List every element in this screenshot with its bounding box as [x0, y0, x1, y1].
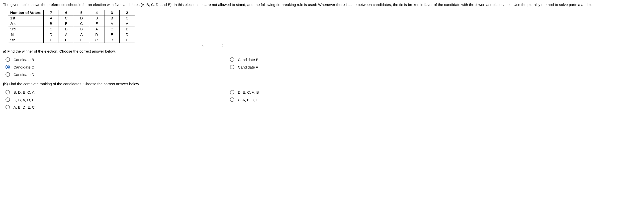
part-a-question: a) Find the winner of the election. Choo… — [3, 49, 641, 53]
table-cell: B — [89, 15, 104, 21]
radio-button[interactable] — [230, 97, 234, 102]
table-col-header: 4 — [89, 10, 104, 15]
table-cell: E — [120, 37, 135, 43]
table-cell: C — [74, 21, 89, 26]
table-row-label: 5th — [8, 37, 44, 43]
table-cell: A — [120, 21, 135, 26]
table-cell: A — [89, 26, 104, 32]
table-cell: D — [120, 32, 135, 37]
table-row: 3rd C D B A C B — [8, 26, 135, 32]
option-row[interactable]: B, D, E, C, A — [6, 90, 180, 94]
table-header-label: Number of Voters — [8, 10, 44, 15]
table-cell: E — [89, 21, 104, 26]
table-row-label: 1st — [8, 15, 44, 21]
table-cell: E — [44, 37, 58, 43]
radio-button[interactable] — [6, 90, 10, 94]
table-cell: B — [74, 26, 89, 32]
option-label: Candidate E — [238, 57, 258, 62]
table-cell: C — [89, 37, 104, 43]
table-cell: D — [89, 32, 104, 37]
radio-button[interactable] — [230, 57, 234, 62]
table-row: 2nd B E C E A A — [8, 21, 135, 26]
option-label: D, E, C, A, B — [238, 90, 259, 94]
part-b-text: Find the complete ranking of the candida… — [8, 82, 140, 86]
table-col-header: 2 — [120, 10, 135, 15]
option-label: Candidate B — [14, 57, 34, 62]
table-cell: D — [104, 37, 120, 43]
option-row[interactable]: D, E, C, A, B — [230, 90, 259, 94]
table-cell: C — [120, 15, 135, 21]
radio-button[interactable] — [230, 65, 234, 69]
table-cell: A — [74, 32, 89, 37]
option-row[interactable]: C, B, A, D, E — [6, 97, 180, 102]
table-cell: B — [58, 37, 74, 43]
table-cell: E — [58, 21, 74, 26]
part-a-options: Candidate B Candidate C Candidate D Cand… — [6, 57, 641, 77]
table-col-header: 3 — [104, 10, 120, 15]
option-row[interactable]: A, B, D, E, C — [6, 105, 180, 109]
table-col-header: 6 — [58, 10, 74, 15]
table-cell: B — [104, 15, 120, 21]
preference-table: Number of Voters 7 6 5 4 3 2 1st A C D B… — [8, 10, 135, 43]
option-row[interactable]: Candidate A — [230, 65, 258, 69]
option-row[interactable]: Candidate E — [230, 57, 258, 62]
option-row[interactable]: Candidate D — [6, 72, 180, 77]
table-cell: C — [104, 26, 120, 32]
radio-button[interactable] — [230, 90, 234, 94]
option-label: A, B, D, E, C — [14, 105, 35, 109]
table-cell: D — [74, 15, 89, 21]
table-row-label: 3rd — [8, 26, 44, 32]
part-b-options: B, D, E, C, A C, B, A, D, E A, B, D, E, … — [6, 90, 641, 109]
table-cell: D — [58, 26, 74, 32]
table-cell: E — [104, 32, 120, 37]
option-row[interactable]: C, A, B, D, E — [230, 97, 259, 102]
table-cell: C — [44, 26, 58, 32]
option-label: C, B, A, D, E — [14, 98, 34, 102]
table-col-header: 5 — [74, 10, 89, 15]
table-col-header: 7 — [44, 10, 58, 15]
radio-button[interactable] — [6, 65, 10, 69]
table-cell: C — [58, 15, 74, 21]
option-label: B, D, E, C, A — [14, 90, 34, 94]
table-row-label: 4th — [8, 32, 44, 37]
part-b-question: (b) Find the complete ranking of the can… — [3, 82, 641, 86]
table-cell: A — [44, 15, 58, 21]
option-label: Candidate A — [238, 65, 258, 69]
table-cell: A — [58, 32, 74, 37]
table-cell: B — [120, 26, 135, 32]
part-a-text: Find the winner of the election. Choose … — [6, 49, 116, 53]
radio-button[interactable] — [6, 72, 10, 77]
radio-button[interactable] — [6, 57, 10, 62]
table-row: 4th D A A D E D — [8, 32, 135, 37]
part-a-prefix: a) — [3, 49, 6, 53]
option-label: Candidate C — [14, 65, 34, 69]
table-cell: E — [74, 37, 89, 43]
table-cell: B — [44, 21, 58, 26]
intro-text: The given table shows the preference sch… — [3, 2, 641, 7]
table-row: 1st A C D B B C — [8, 15, 135, 21]
divider-expand-icon[interactable]: . . . . . — [202, 44, 223, 47]
radio-button[interactable] — [6, 97, 10, 102]
radio-button[interactable] — [6, 105, 10, 109]
section-divider: . . . . . — [3, 46, 641, 46]
option-row[interactable]: Candidate C — [6, 65, 180, 69]
table-row-label: 2nd — [8, 21, 44, 26]
option-label: Candidate D — [14, 72, 34, 77]
table-row: 5th E B E C D E — [8, 37, 135, 43]
table-cell: A — [104, 21, 120, 26]
part-b-prefix: (b) — [3, 82, 8, 86]
option-label: C, A, B, D, E — [238, 98, 259, 102]
option-row[interactable]: Candidate B — [6, 57, 180, 62]
table-cell: D — [44, 32, 58, 37]
